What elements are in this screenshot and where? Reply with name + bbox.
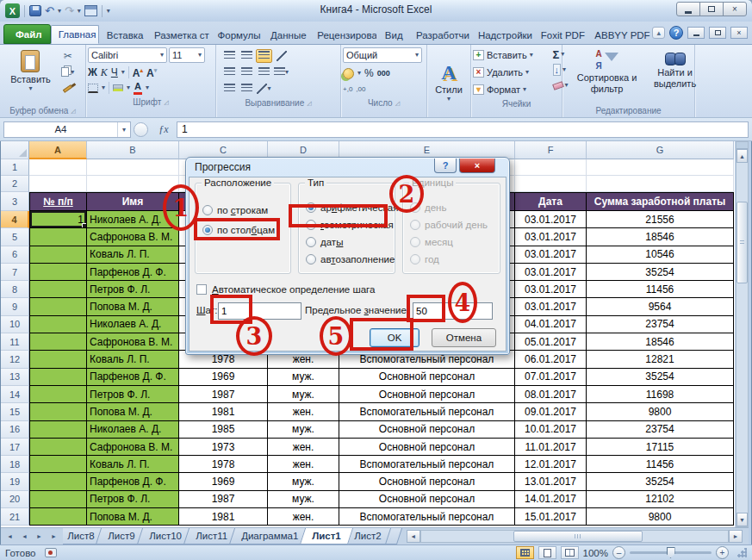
cell-A10[interactable] bbox=[29, 316, 87, 333]
wrap-text-button[interactable]: ▾ bbox=[256, 82, 272, 96]
row-header-3[interactable]: 3 bbox=[1, 192, 29, 211]
cell-A14[interactable] bbox=[29, 386, 87, 403]
row-header-16[interactable]: 16 bbox=[1, 421, 29, 439]
normal-view-button[interactable] bbox=[516, 546, 534, 559]
vertical-split-handle[interactable] bbox=[736, 142, 748, 149]
cell-B14[interactable]: Петров Ф. Л. bbox=[87, 386, 179, 403]
align-left-button[interactable] bbox=[221, 65, 238, 79]
cell-A17[interactable] bbox=[29, 439, 87, 456]
find-select-button[interactable]: Найти и выделить bbox=[644, 47, 706, 91]
fill-button[interactable]: ↓▾ bbox=[551, 63, 570, 77]
cell-F8[interactable]: 03.01.2017 bbox=[515, 281, 587, 298]
cell-G14[interactable]: 11698 bbox=[587, 386, 734, 403]
help-icon[interactable]: ? bbox=[669, 26, 683, 40]
row-header-15[interactable]: 15 bbox=[1, 403, 29, 420]
auto-step-row[interactable]: Автоматическое определение шага bbox=[196, 284, 375, 295]
cell-G16[interactable]: 23754 bbox=[587, 421, 734, 439]
merge-center-button[interactable]: ▾ bbox=[273, 65, 289, 79]
cell-A20[interactable] bbox=[29, 491, 87, 508]
workbook-close-button[interactable]: × bbox=[730, 27, 748, 39]
dialog-help-button[interactable]: ? bbox=[434, 159, 457, 173]
cell-F11[interactable]: 05.01.2017 bbox=[515, 333, 587, 351]
align-middle-button[interactable] bbox=[239, 49, 255, 63]
cell-F3[interactable]: Дата bbox=[515, 192, 587, 211]
horizontal-scroll-track[interactable] bbox=[420, 530, 729, 543]
cell-B13[interactable]: Парфенов Д. Ф. bbox=[87, 369, 179, 386]
cell-G19[interactable]: 35254 bbox=[587, 473, 734, 490]
cell-E15[interactable]: Вспомогательный персонал bbox=[339, 403, 515, 420]
ribbon-tab-insert[interactable]: Вставка bbox=[99, 25, 146, 44]
cell-C19[interactable]: 1969 bbox=[179, 473, 268, 490]
cell-F10[interactable]: 04.01.2017 bbox=[515, 316, 587, 333]
cell-D18[interactable]: жен. bbox=[268, 456, 339, 473]
ribbon-tab-abbyy-pdf[interactable]: ABBYY PDF T bbox=[587, 25, 658, 44]
cell-F18[interactable]: 12.01.2017 bbox=[515, 456, 587, 473]
zoom-out-icon[interactable]: – bbox=[612, 546, 625, 559]
chevron-down-icon[interactable]: ▾ bbox=[102, 84, 105, 91]
ribbon-tab-foxit-pdf[interactable]: Foxit PDF bbox=[533, 25, 587, 44]
column-header-A[interactable]: A bbox=[29, 141, 87, 159]
radio-option-type-3[interactable]: автозаполнение bbox=[306, 254, 388, 264]
cell-A4[interactable]: 1 bbox=[29, 211, 87, 228]
percent-style-button[interactable]: % bbox=[364, 68, 374, 78]
sheet-tab-sheet1[interactable]: Лист1 bbox=[300, 528, 353, 544]
ribbon-tab-review[interactable]: Рецензирова bbox=[309, 25, 377, 44]
cell-E14[interactable]: Основной персонал bbox=[339, 386, 515, 403]
ribbon-tab-formulas[interactable]: Формулы bbox=[210, 25, 264, 44]
auto-step-checkbox[interactable] bbox=[196, 284, 207, 295]
dialog-launcher-icon[interactable]: ◿ bbox=[395, 100, 400, 107]
radio-option-location-0[interactable]: по строкам bbox=[202, 205, 283, 215]
fill-color-icon[interactable] bbox=[113, 84, 123, 91]
dialog-launcher-icon[interactable]: ◿ bbox=[307, 100, 311, 107]
zoom-slider[interactable] bbox=[630, 551, 712, 554]
zoom-slider-thumb[interactable] bbox=[667, 547, 675, 558]
cell-A21[interactable] bbox=[29, 508, 87, 526]
row-header-4[interactable]: 4 bbox=[1, 211, 29, 228]
cell-B6[interactable]: Коваль Л. П. bbox=[87, 246, 179, 264]
ribbon-tab-data[interactable]: Данные bbox=[263, 25, 309, 44]
cell-A1[interactable] bbox=[29, 159, 87, 176]
cell-A13[interactable] bbox=[29, 369, 87, 386]
fill-handle[interactable] bbox=[82, 223, 86, 227]
cell-C17[interactable]: 1973 bbox=[179, 439, 268, 456]
row-header-9[interactable]: 9 bbox=[1, 298, 29, 315]
cell-A15[interactable] bbox=[29, 403, 87, 420]
sheet-tab-chart1[interactable]: Диаграмма1 bbox=[228, 528, 309, 544]
cell-G2[interactable] bbox=[587, 176, 734, 192]
cell-G3[interactable]: Сумма заработной платы bbox=[587, 192, 734, 211]
cell-F9[interactable]: 03.01.2017 bbox=[515, 298, 587, 315]
cell-D13[interactable]: муж. bbox=[268, 369, 339, 386]
cell-D17[interactable]: жен. bbox=[268, 439, 339, 456]
cell-B11[interactable]: Сафронова В. М. bbox=[87, 333, 179, 351]
increase-indent-button[interactable] bbox=[239, 82, 255, 96]
row-header-6[interactable]: 6 bbox=[1, 246, 29, 264]
previous-sheet-icon[interactable]: ◄ bbox=[18, 530, 31, 543]
row-header-14[interactable]: 14 bbox=[1, 386, 29, 403]
sort-filter-button[interactable]: АЯ Сортировка и фильтр bbox=[572, 47, 643, 96]
cell-B8[interactable]: Петров Ф. Л. bbox=[87, 281, 179, 298]
cell-A11[interactable] bbox=[29, 333, 87, 351]
column-header-G[interactable]: G bbox=[587, 141, 734, 159]
cell-E21[interactable]: Вспомогательный персонал bbox=[339, 508, 515, 526]
cell-G9[interactable]: 9564 bbox=[587, 298, 734, 315]
cell-G8[interactable]: 11456 bbox=[587, 281, 734, 298]
dialog-close-button[interactable]: × bbox=[459, 159, 495, 173]
underline-dropdown-icon[interactable]: ▾ bbox=[121, 69, 125, 76]
ribbon-tab-view[interactable]: Вид bbox=[377, 25, 408, 44]
vertical-scroll-track[interactable] bbox=[736, 163, 748, 513]
cell-B19[interactable]: Парфенов Д. Ф. bbox=[87, 473, 179, 490]
format-cells-button[interactable]: ▾Формат▾ bbox=[473, 82, 560, 97]
cell-G11[interactable]: 18546 bbox=[587, 333, 734, 351]
cell-B5[interactable]: Сафронова В. М. bbox=[87, 228, 179, 246]
next-sheet-icon[interactable]: ► bbox=[33, 530, 46, 543]
cell-B21[interactable]: Попова М. Д. bbox=[87, 508, 179, 526]
cell-A5[interactable] bbox=[29, 228, 87, 246]
grow-font-button[interactable]: А▴ bbox=[133, 67, 143, 78]
paste-button[interactable]: Вставить ▾ bbox=[6, 47, 55, 95]
cell-F12[interactable]: 06.01.2017 bbox=[515, 351, 587, 368]
formula-bar-handle[interactable] bbox=[134, 122, 148, 137]
cell-B18[interactable]: Коваль Л. П. bbox=[87, 456, 179, 473]
minimize-button[interactable] bbox=[676, 2, 700, 16]
cell-F6[interactable]: 03.01.2017 bbox=[515, 246, 587, 264]
zoom-in-icon[interactable]: + bbox=[716, 546, 729, 559]
